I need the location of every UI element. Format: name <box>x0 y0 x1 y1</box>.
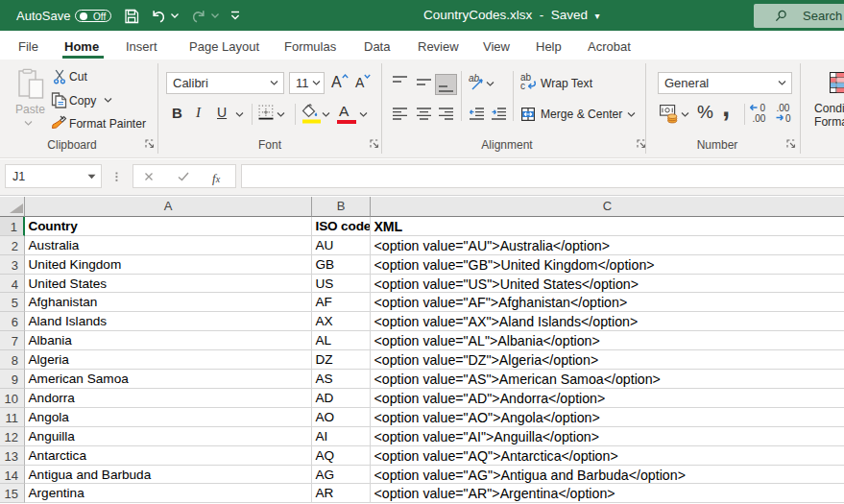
svg-text:c: c <box>520 81 525 91</box>
svg-text:0: 0 <box>760 103 766 113</box>
svg-text:ab: ab <box>469 73 480 84</box>
svg-text:.00: .00 <box>777 103 790 113</box>
svg-text:.00: .00 <box>753 113 766 124</box>
svg-text:0: 0 <box>785 113 791 124</box>
